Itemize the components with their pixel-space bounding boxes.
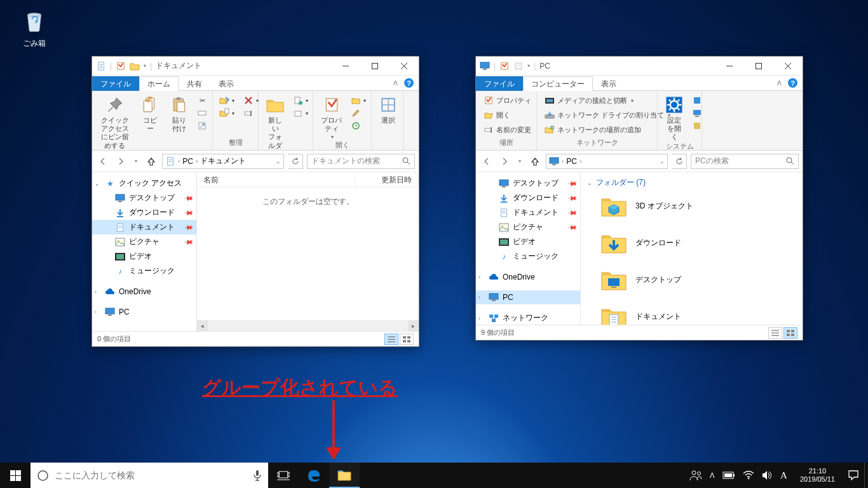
search-box[interactable]: PCの検索 [691, 154, 799, 169]
manage-button[interactable] [689, 120, 705, 132]
up-button[interactable] [528, 154, 542, 168]
mic-button[interactable] [247, 463, 268, 488]
add-location-button[interactable]: ネットワークの場所の追加 [542, 124, 673, 135]
clock[interactable]: 21:10 2019/05/11 [795, 467, 840, 484]
folder-documents[interactable]: ドキュメント [600, 302, 796, 325]
maximize-button[interactable] [744, 57, 773, 76]
address-dropdown-icon[interactable]: ⌄ [276, 158, 281, 165]
nav-music[interactable]: ♪ミュージック [476, 249, 580, 264]
nav-desktop[interactable]: デスクトップ📌 [92, 191, 196, 205]
copy-to-button[interactable]: ▾ [217, 107, 237, 119]
action-center-button[interactable] [848, 470, 859, 481]
qat-dropdown-icon[interactable]: ▾ [527, 63, 530, 69]
nav-pictures[interactable]: ピクチャ📌 [476, 220, 580, 234]
close-button[interactable] [390, 57, 419, 76]
address-bar[interactable]: › PC › ドキュメント ⌄ [162, 154, 284, 169]
nav-desktop[interactable]: デスクトップ📌 [476, 176, 580, 191]
qat-blank-icon[interactable] [513, 61, 524, 71]
show-desktop-button[interactable] [864, 463, 868, 488]
rename-button[interactable]: 名前の変更 [481, 124, 534, 135]
address-bar[interactable]: › PC › ⌄ [546, 154, 668, 169]
tab-file[interactable]: ファイル [92, 76, 139, 91]
tab-home[interactable]: ホーム [139, 76, 179, 91]
nav-videos[interactable]: ビデオ [92, 249, 196, 264]
edge-button[interactable] [299, 463, 329, 488]
maximize-button[interactable] [360, 57, 390, 76]
tab-share[interactable]: 共有 [179, 76, 210, 91]
nav-pc[interactable]: ›PC [476, 290, 580, 304]
breadcrumb-pc[interactable]: PC [566, 157, 577, 166]
ribbon-collapse-icon[interactable]: ᐱ [393, 79, 398, 86]
tab-computer[interactable]: コンピューター [523, 76, 593, 91]
easy-access-button[interactable]: ▾ [290, 107, 311, 119]
col-date[interactable]: 更新日時 [355, 172, 419, 187]
qat-folder-icon[interactable] [130, 61, 140, 71]
properties-button[interactable]: プロパティ [481, 95, 534, 106]
nav-pc[interactable]: ›PC [92, 305, 196, 319]
uninstall-button[interactable] [689, 95, 705, 106]
explorer-taskbar-button[interactable] [329, 463, 360, 488]
nav-downloads[interactable]: ダウンロード📌 [476, 191, 580, 205]
nav-network[interactable]: ›ネットワーク [476, 311, 580, 325]
breadcrumb-pc[interactable]: PC [182, 157, 193, 166]
media-button[interactable]: メディアの接続と切断 [542, 95, 673, 106]
ribbon-collapse-icon[interactable]: ᐱ [777, 79, 782, 86]
nav-pictures[interactable]: ピクチャ📌 [92, 234, 196, 249]
nav-onedrive[interactable]: ›OneDrive [92, 285, 196, 299]
folder-3d-objects[interactable]: 3D オブジェクト [600, 192, 796, 220]
column-headers[interactable]: 名前 更新日時 [197, 172, 419, 187]
nav-documents[interactable]: ドキュメント📌 [92, 220, 196, 234]
search-bar[interactable] [31, 463, 247, 488]
select-button[interactable]: 選択 [374, 92, 402, 125]
open-button[interactable]: 開く [481, 109, 534, 121]
nav-quick-access[interactable]: ⌄★クイック アクセス [92, 176, 196, 191]
horizontal-scrollbar[interactable]: ◂ ▸ [197, 320, 419, 331]
forward-button[interactable] [498, 154, 512, 168]
nav-documents[interactable]: ドキュメント📌 [476, 205, 580, 220]
recent-button[interactable]: ▾ [515, 154, 524, 168]
icons-view-button[interactable] [400, 334, 414, 345]
edit-button[interactable] [348, 107, 369, 119]
explorer-window-documents[interactable]: | ▾ | ドキュメント ファイル ホーム 共有 表示 ᐱ ? ク [92, 56, 419, 347]
desktop-icon-recycle-bin[interactable]: ごみ箱 [10, 5, 58, 49]
history-button[interactable] [348, 120, 369, 132]
properties-button[interactable]: プロパティ [316, 92, 347, 140]
address-dropdown-icon[interactable]: ⌄ [660, 158, 665, 165]
tab-file[interactable]: ファイル [476, 76, 523, 91]
taskbar[interactable]: ᐱ A 21:10 2019/05/11 [0, 463, 868, 488]
move-to-button[interactable]: ▾ [217, 95, 237, 106]
paste-shortcut-button[interactable] [194, 120, 210, 132]
scroll-right-icon[interactable]: ▸ [408, 321, 419, 332]
nav-pane[interactable]: ⌄★クイック アクセス デスクトップ📌 ダウンロード📌 ドキュメント📌 ピクチャ… [92, 172, 197, 331]
qat-properties-icon[interactable] [116, 61, 126, 71]
folder-desktop[interactable]: デスクトップ [600, 266, 796, 294]
open-button[interactable]: ▾ [348, 95, 369, 106]
volume-icon[interactable] [762, 470, 773, 480]
qat-dropdown-icon[interactable]: ▾ [144, 63, 146, 69]
copy-path-button[interactable] [194, 107, 210, 119]
tab-view[interactable]: 表示 [210, 76, 242, 91]
folder-downloads[interactable]: ダウンロード [600, 229, 796, 257]
icons-view-button[interactable] [783, 327, 797, 339]
refresh-button[interactable] [672, 154, 687, 169]
system-properties-button[interactable] [689, 107, 705, 119]
task-view-button[interactable] [268, 463, 299, 488]
nav-downloads[interactable]: ダウンロード📌 [92, 205, 196, 220]
system-tray[interactable]: ᐱ A 21:10 2019/05/11 [684, 463, 864, 488]
help-icon[interactable]: ? [788, 78, 797, 88]
cut-button[interactable]: ✂ [194, 95, 210, 106]
qat-properties-icon[interactable] [499, 61, 510, 71]
paste-button[interactable]: 貼り付け [165, 92, 193, 133]
copy-button[interactable]: コピー [136, 92, 164, 133]
recent-button[interactable]: ▾ [132, 154, 140, 168]
map-drive-button[interactable]: ネットワーク ドライブの割り当て [542, 109, 673, 121]
back-button[interactable] [96, 154, 110, 168]
people-button[interactable] [689, 470, 702, 481]
back-button[interactable] [480, 154, 494, 168]
scroll-left-icon[interactable]: ◂ [197, 321, 208, 332]
nav-pane[interactable]: デスクトップ📌 ダウンロード📌 ドキュメント📌 ピクチャ📌 ビデオ ♪ミュージッ… [476, 172, 581, 325]
refresh-button[interactable] [288, 154, 303, 169]
nav-onedrive[interactable]: ›OneDrive [476, 270, 580, 284]
wifi-icon[interactable] [743, 471, 754, 480]
new-item-button[interactable]: ▾ [290, 95, 311, 106]
